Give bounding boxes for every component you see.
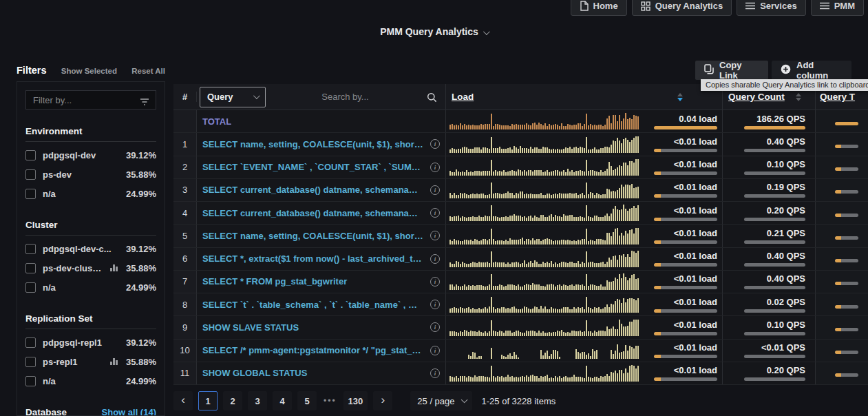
info-icon[interactable]: i xyxy=(430,277,440,287)
query-count-column-header[interactable]: Query Count xyxy=(728,92,785,102)
query-count-bar xyxy=(744,377,805,381)
query-link[interactable]: SELECT name, setting, COALESCE(unit, $1)… xyxy=(202,231,423,241)
checkbox[interactable] xyxy=(25,376,36,386)
filter-section-title: Cluster xyxy=(25,220,58,230)
add-column-button[interactable]: Add column xyxy=(772,61,851,80)
checkbox[interactable] xyxy=(25,244,36,254)
table-row[interactable]: 5 SELECT name, setting, COALESCE(unit, $… xyxy=(173,225,868,247)
pagination-summary: 1-25 of 3228 items xyxy=(482,396,556,406)
query-link[interactable]: SHOW SLAVE STATUS xyxy=(202,322,423,333)
prev-page-button[interactable]: ‹ xyxy=(173,391,193,410)
copy-link-button[interactable]: Copy Link xyxy=(695,61,768,80)
query-link[interactable]: TOTAL xyxy=(202,116,231,127)
query-dimension-dropdown[interactable]: Query xyxy=(200,87,266,107)
row-rank: 11 xyxy=(173,362,197,384)
query-link[interactable]: SELECT current_database() datname, schem… xyxy=(202,185,423,195)
table-row[interactable]: 8 SELECT `t` . `table_schema` , `t` . `t… xyxy=(173,293,868,316)
show-all-link[interactable]: Show all (14) xyxy=(102,407,156,416)
table-row[interactable]: 2 SELECT `EVENT_NAME` , `COUNT_STAR` , `… xyxy=(173,156,868,179)
load-bar xyxy=(654,332,717,335)
query-link[interactable]: SHOW GLOBAL STATUS xyxy=(202,368,423,378)
info-icon[interactable]: i xyxy=(430,163,440,172)
query-link[interactable]: SELECT *, extract($1 from now() - last_a… xyxy=(202,253,423,264)
page-button[interactable]: 4 xyxy=(273,391,292,410)
table-row[interactable]: 10 SELECT /* pmm-agent:pgstatmonitor */ … xyxy=(173,340,868,362)
load-sort-icon[interactable] xyxy=(677,93,683,101)
table-row[interactable]: 4 SELECT current_database() datname, sch… xyxy=(173,202,868,225)
table-row[interactable]: 7 SELECT * FROM pg_stat_bgwriter i <0.01… xyxy=(173,271,868,293)
query-link[interactable]: SELECT `t` . `table_schema` , `t` . `tab… xyxy=(202,300,423,310)
query-time-bar xyxy=(835,122,858,125)
info-icon[interactable]: i xyxy=(430,139,440,149)
filter-item[interactable]: n/a 24.99% xyxy=(25,371,156,391)
query-link[interactable]: SELECT `EVENT_NAME` , `COUNT_STAR` , `SU… xyxy=(202,162,423,172)
table-row[interactable]: 3 SELECT current_database() datname, sch… xyxy=(173,179,868,202)
info-icon[interactable]: i xyxy=(430,208,440,218)
row-rank: 8 xyxy=(173,293,197,315)
query-time-column-header[interactable]: Query T xyxy=(820,92,855,102)
filter-item-percent: 24.99% xyxy=(126,376,156,386)
filter-section: Environment pdpgsql-dev 39.12% ps-dev 35… xyxy=(25,126,156,203)
search-input[interactable] xyxy=(266,84,445,110)
query-link[interactable]: SELECT /* pmm-agent:pgstatmonitor */ "pg… xyxy=(202,345,423,355)
info-icon[interactable]: i xyxy=(430,346,440,355)
filter-item[interactable]: pdpgsql-dev-c... 39.12% xyxy=(25,239,156,258)
filter-item[interactable]: n/a 24.99% xyxy=(25,184,156,203)
info-icon[interactable]: i xyxy=(430,300,440,309)
table-row[interactable]: 11 SHOW GLOBAL STATUS i <0.01 load 0.20 … xyxy=(173,362,868,385)
last-page-button[interactable]: 130 xyxy=(343,391,368,410)
page-button[interactable]: 2 xyxy=(223,391,242,410)
checkbox[interactable] xyxy=(25,169,36,180)
checkbox[interactable] xyxy=(25,189,36,199)
filter-item[interactable]: pdpgsql-dev 39.12% xyxy=(25,145,156,165)
query-link[interactable]: SELECT name, setting, COALESCE(unit, $1)… xyxy=(202,139,423,149)
load-bar xyxy=(654,286,717,289)
table-row[interactable]: 1 SELECT name, setting, COALESCE(unit, $… xyxy=(173,133,868,156)
load-bar xyxy=(654,355,717,358)
table-row[interactable]: 9 SHOW SLAVE STATUS i <0.01 load 0.10 QP… xyxy=(173,316,868,339)
table-row[interactable]: 6 SELECT *, extract($1 from now() - last… xyxy=(173,248,868,271)
info-icon[interactable]: i xyxy=(430,254,440,264)
query-count-sort-icon[interactable] xyxy=(796,93,801,101)
filter-item[interactable]: pdpgsql-repl1 39.12% xyxy=(25,333,156,352)
checkbox[interactable] xyxy=(25,263,36,273)
pagination-ellipsis[interactable]: ••• xyxy=(322,396,338,406)
page-button[interactable]: 5 xyxy=(297,391,317,410)
filter-item[interactable]: ps-repl1 35.88% xyxy=(25,352,156,371)
checkbox[interactable] xyxy=(25,337,36,348)
checkbox[interactable] xyxy=(25,282,36,293)
query-link[interactable]: SELECT current_database() datname, schem… xyxy=(202,208,423,218)
info-icon[interactable]: i xyxy=(430,185,440,195)
query-link[interactable]: SELECT * FROM pg_stat_bgwriter xyxy=(202,276,423,287)
page-button[interactable]: 1 xyxy=(198,391,218,410)
nav-pmm-button[interactable]: PMM xyxy=(811,0,864,16)
query-count-bar xyxy=(744,194,805,198)
nav-services-button[interactable]: Services xyxy=(737,0,806,16)
query-count-value: 0.40 QPS xyxy=(767,273,805,284)
info-icon[interactable]: i xyxy=(430,231,440,240)
load-column-header[interactable]: Load xyxy=(452,92,474,102)
reset-all-link[interactable]: Reset All xyxy=(131,67,165,75)
load-value: <0.01 load xyxy=(674,228,717,238)
filter-item[interactable]: ps-dev-cluster 35.88% xyxy=(25,258,156,278)
menu-icon xyxy=(820,2,829,10)
filter-item-percent: 39.12% xyxy=(126,337,156,348)
filter-item[interactable]: ps-dev 35.88% xyxy=(25,165,156,184)
page-size-select[interactable]: 25 / page xyxy=(410,391,472,410)
filter-item[interactable]: n/a 24.99% xyxy=(25,278,156,297)
info-icon[interactable]: i xyxy=(430,368,440,378)
page-title[interactable]: PMM Query Analytics xyxy=(0,25,868,38)
show-selected-link[interactable]: Show Selected xyxy=(61,67,117,75)
filter-section: Cluster pdpgsql-dev-c... 39.12% ps-dev-c… xyxy=(25,220,156,297)
nav-home-button[interactable]: Home xyxy=(571,0,627,16)
checkbox[interactable] xyxy=(25,357,36,367)
info-icon[interactable]: i xyxy=(430,322,440,332)
query-count-value: 0.02 QPS xyxy=(767,297,805,307)
filter-item-percent: 35.88% xyxy=(126,169,156,180)
next-page-button[interactable]: › xyxy=(373,391,392,410)
table-row[interactable]: TOTAL i 0.04 load 186.26 QPS xyxy=(173,110,868,133)
load-sparkline xyxy=(449,273,641,290)
page-button[interactable]: 3 xyxy=(248,391,267,410)
checkbox[interactable] xyxy=(25,150,36,160)
nav-query-analytics-button[interactable]: Query Analytics xyxy=(632,0,732,16)
